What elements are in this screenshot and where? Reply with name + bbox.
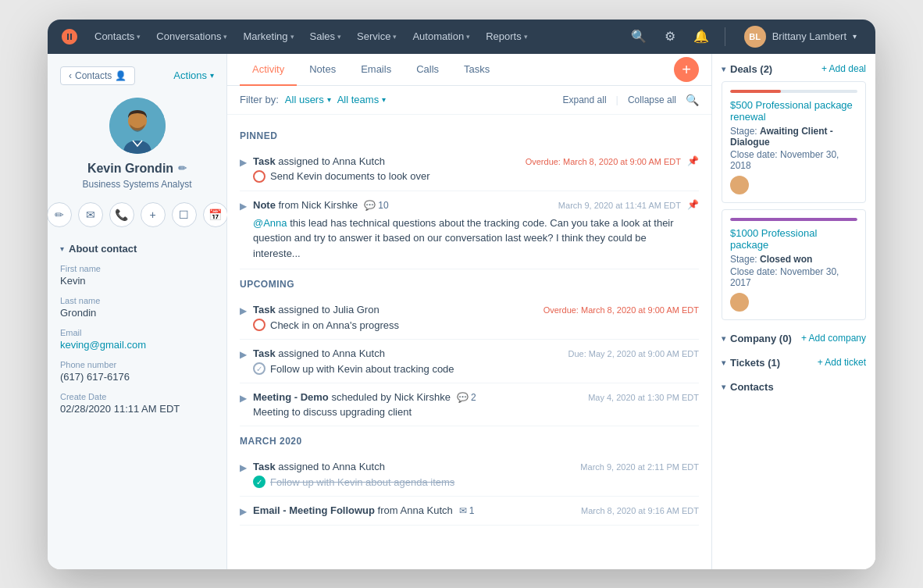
notifications-button[interactable]: 🔔 bbox=[690, 26, 712, 48]
contacts-section-title-button[interactable]: ▾ Contacts bbox=[722, 381, 774, 393]
nav-marketing[interactable]: Marketing ▾ bbox=[237, 27, 300, 45]
task-completed-icon[interactable] bbox=[253, 476, 265, 488]
deals-chevron-icon: ▾ bbox=[722, 65, 725, 73]
expand-icon[interactable]: ▶ bbox=[240, 304, 247, 316]
deal-progress-bar bbox=[730, 90, 781, 93]
expand-icon[interactable]: ▶ bbox=[240, 199, 247, 212]
meeting-button[interactable]: 📅 bbox=[203, 202, 228, 227]
more-button[interactable]: + bbox=[141, 202, 166, 227]
team-filter-button[interactable]: All teams ▾ bbox=[337, 94, 386, 105]
add-ticket-button[interactable]: + Add ticket bbox=[818, 357, 866, 368]
contact-name: Kevin Grondin ✏ bbox=[87, 162, 187, 176]
nav-reports[interactable]: Reports ▾ bbox=[479, 27, 534, 45]
top-nav: Contacts ▾ Conversations ▾ Marketing ▾ S… bbox=[48, 20, 875, 54]
filter-actions: Expand all | Collapse all 🔍 bbox=[563, 94, 699, 106]
nav-conversations[interactable]: Conversations ▾ bbox=[150, 27, 233, 45]
activity-search-button[interactable]: 🔍 bbox=[686, 94, 699, 106]
activity-header-row: Task assigned to Anna Kutch Overdue: Mar… bbox=[253, 155, 681, 167]
deal-stage: Stage: Awaiting Client - Dialogue bbox=[730, 126, 857, 148]
deals-section-header: ▾ Deals (2) + Add deal bbox=[722, 63, 866, 75]
pinned-section-title: Pinned bbox=[240, 130, 699, 141]
expand-all-button[interactable]: Expand all bbox=[563, 94, 607, 105]
list-item: ▶ Task assigned to Anna Kutch March 9, 2… bbox=[240, 453, 699, 497]
pin-icon: 📌 bbox=[687, 199, 699, 210]
settings-button[interactable]: ⚙ bbox=[659, 26, 681, 48]
center-panel: Activity Notes Emails Calls Tasks + Filt… bbox=[227, 54, 711, 569]
deals-section-title-button[interactable]: ▾ Deals (2) bbox=[722, 63, 772, 75]
comment-count: 💬 10 bbox=[364, 200, 388, 211]
deal-stage: Stage: Closed won bbox=[730, 254, 857, 265]
comment-icon: 💬 bbox=[457, 392, 469, 403]
activity-header-row: Email - Meeting Followup from Anna Kutch… bbox=[253, 504, 699, 516]
email-count: ✉ 1 bbox=[459, 505, 475, 516]
pin-icon: 📌 bbox=[687, 155, 699, 166]
tab-notes[interactable]: Notes bbox=[297, 54, 348, 86]
activity-header-row: Task assigned to Anna Kutch March 9, 202… bbox=[253, 461, 699, 472]
upcoming-section-title: Upcoming bbox=[240, 279, 699, 290]
nav-service[interactable]: Service ▾ bbox=[351, 27, 403, 45]
company-section-title-button[interactable]: ▾ Company (0) bbox=[722, 333, 792, 344]
call-button[interactable]: 📞 bbox=[109, 202, 134, 227]
sidebar-header: ‹ Contacts 👤 Actions ▾ bbox=[60, 66, 214, 85]
task-button[interactable]: ☐ bbox=[172, 202, 197, 227]
edit-name-icon[interactable]: ✏ bbox=[178, 162, 187, 174]
deal-progress-bar bbox=[730, 218, 857, 221]
expand-icon[interactable]: ▶ bbox=[240, 155, 247, 168]
conversations-chevron-icon: ▾ bbox=[223, 33, 227, 41]
note-button[interactable]: ✏ bbox=[48, 202, 72, 227]
expand-icon[interactable]: ▶ bbox=[240, 504, 247, 517]
tickets-section-title-button[interactable]: ▾ Tickets (1) bbox=[722, 357, 780, 369]
expand-icon[interactable]: ▶ bbox=[240, 391, 247, 404]
about-contact-section[interactable]: ▾ About contact bbox=[60, 243, 214, 255]
activity-header-row: Task assigned to Julia Gron Overdue: Mar… bbox=[253, 304, 699, 315]
user-menu[interactable]: BL Brittany Lambert ▾ bbox=[738, 23, 863, 51]
search-button[interactable]: 🔍 bbox=[628, 26, 650, 48]
add-activity-button[interactable]: + bbox=[674, 57, 699, 82]
deals-section: ▾ Deals (2) + Add deal $500 Professional… bbox=[722, 63, 866, 320]
activity-description: Check in on Anna's progress bbox=[253, 319, 699, 331]
about-section-chevron-icon: ▾ bbox=[60, 244, 64, 253]
expand-icon[interactable]: ▶ bbox=[240, 347, 247, 360]
task-overdue-icon[interactable] bbox=[253, 319, 265, 331]
back-to-contacts-button[interactable]: ‹ Contacts 👤 bbox=[60, 66, 135, 85]
tab-activity[interactable]: Activity bbox=[240, 54, 297, 86]
nav-automation[interactable]: Automation ▾ bbox=[406, 27, 476, 45]
add-company-button[interactable]: + Add company bbox=[801, 333, 866, 344]
company-section: ▾ Company (0) + Add company bbox=[722, 333, 866, 344]
filter-bar: Filter by: All users ▾ All teams ▾ Expan… bbox=[227, 86, 711, 115]
nav-contacts[interactable]: Contacts ▾ bbox=[88, 27, 147, 45]
list-item: ▶ Note from Nick Kirshke 💬 10 March 9, 2… bbox=[240, 191, 699, 270]
deal-progress-bar-container bbox=[730, 90, 857, 93]
email-icon: ✉ bbox=[459, 505, 467, 516]
tickets-section: ▾ Tickets (1) + Add ticket bbox=[722, 357, 866, 369]
deal-close-date: Close date: November 30, 2018 bbox=[730, 149, 857, 171]
contact-avatar bbox=[109, 98, 166, 154]
task-pending-icon[interactable] bbox=[253, 362, 265, 375]
activity-header-row: Note from Nick Kirshke 💬 10 March 9, 202… bbox=[253, 199, 681, 211]
list-item: ▶ Task assigned to Julia Gron Overdue: M… bbox=[240, 296, 699, 340]
note-text: @Anna this lead has technical questions … bbox=[253, 216, 681, 262]
user-filter-button[interactable]: All users ▾ bbox=[285, 94, 331, 105]
contacts-chevron-icon: ▾ bbox=[722, 383, 725, 391]
nav-sales[interactable]: Sales ▾ bbox=[304, 27, 348, 45]
expand-icon[interactable]: ▶ bbox=[240, 461, 247, 473]
reports-chevron-icon: ▾ bbox=[524, 33, 528, 41]
deal-card: $500 Professional package renewal Stage:… bbox=[722, 81, 866, 203]
tab-tasks[interactable]: Tasks bbox=[451, 54, 502, 86]
user-avatar: BL bbox=[744, 26, 766, 48]
task-overdue-icon[interactable] bbox=[253, 170, 265, 183]
tab-calls[interactable]: Calls bbox=[404, 54, 451, 86]
actions-chevron-icon: ▾ bbox=[210, 71, 214, 80]
email-button[interactable]: ✉ bbox=[78, 202, 103, 227]
collapse-all-button[interactable]: Collapse all bbox=[628, 94, 676, 105]
tab-emails[interactable]: Emails bbox=[348, 54, 404, 86]
nav-divider bbox=[725, 27, 725, 46]
add-deal-button[interactable]: + Add deal bbox=[821, 63, 866, 74]
hubspot-logo[interactable] bbox=[60, 27, 79, 46]
marketing-chevron-icon: ▾ bbox=[290, 33, 294, 41]
actions-button[interactable]: Actions ▾ bbox=[173, 69, 214, 81]
email-field: Email keving@gmail.com bbox=[60, 328, 214, 351]
deal-name[interactable]: $1000 Professional package bbox=[730, 227, 857, 251]
contacts-section: ▾ Contacts bbox=[722, 381, 866, 393]
deal-name[interactable]: $500 Professional package renewal bbox=[730, 99, 857, 123]
